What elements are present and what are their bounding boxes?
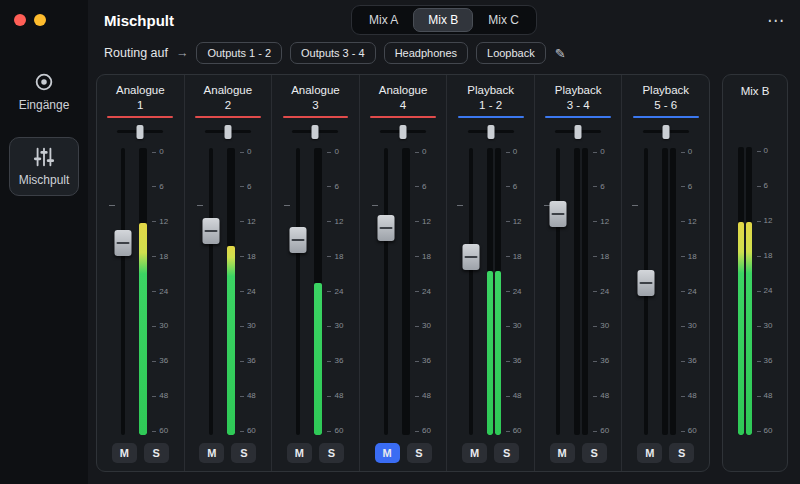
pan-slider[interactable] bbox=[117, 124, 163, 140]
fader-handle[interactable] bbox=[462, 244, 479, 270]
db-scale-mark: 6 bbox=[240, 183, 256, 191]
solo-button[interactable]: S bbox=[669, 443, 694, 463]
close-window-button[interactable] bbox=[14, 14, 26, 26]
channel-fader[interactable] bbox=[547, 148, 569, 435]
db-scale-mark: 0 bbox=[506, 148, 522, 156]
pan-handle[interactable] bbox=[137, 125, 144, 139]
scale-tick bbox=[240, 396, 244, 397]
db-scale-mark: 30 bbox=[327, 322, 343, 330]
fader-handle[interactable] bbox=[378, 215, 395, 241]
level-meter bbox=[314, 148, 322, 435]
channel-fader[interactable] bbox=[200, 148, 222, 435]
fader-handle[interactable] bbox=[290, 227, 307, 253]
mixer-icon bbox=[33, 146, 55, 168]
fader-track[interactable] bbox=[121, 148, 125, 435]
fader-handle[interactable] bbox=[637, 270, 654, 296]
db-scale-mark: 30 bbox=[593, 322, 609, 330]
db-scale-mark: 24 bbox=[152, 288, 168, 296]
db-scale-mark: 12 bbox=[415, 218, 431, 226]
level-meter bbox=[139, 148, 147, 435]
tab-mix-b[interactable]: Mix B bbox=[413, 8, 473, 32]
solo-button[interactable]: S bbox=[407, 443, 432, 463]
db-scale: 0612182430364860 bbox=[593, 148, 609, 435]
routing-button-loopback[interactable]: Loopback bbox=[476, 42, 546, 64]
fader-handle[interactable] bbox=[202, 218, 219, 244]
db-scale-mark: 0 bbox=[152, 148, 168, 156]
scale-number: 30 bbox=[513, 322, 522, 330]
db-scale: 0612182430364860 bbox=[681, 148, 697, 435]
mute-button[interactable]: M bbox=[287, 443, 312, 463]
solo-button[interactable]: S bbox=[582, 443, 607, 463]
scale-tick bbox=[327, 256, 331, 257]
tab-mix-a[interactable]: Mix A bbox=[354, 8, 413, 32]
routing-button-outputs-1-2[interactable]: Outputs 1 - 2 bbox=[196, 42, 282, 64]
scale-tick bbox=[240, 326, 244, 327]
fader-track[interactable] bbox=[556, 148, 560, 435]
db-scale-mark: 12 bbox=[681, 218, 697, 226]
channel-strip-analogue-3: Analogue30612182430364860MS bbox=[272, 75, 360, 471]
pan-handle[interactable] bbox=[487, 125, 494, 139]
master-level-meter bbox=[738, 147, 752, 435]
sidebar-item-mischpult[interactable]: Mischpult bbox=[9, 137, 79, 196]
page-title: Mischpult bbox=[104, 12, 174, 29]
solo-button[interactable]: S bbox=[144, 443, 169, 463]
pan-handle[interactable] bbox=[224, 125, 231, 139]
pan-slider[interactable] bbox=[292, 124, 338, 140]
master-meter-area: 0612182430364860 bbox=[738, 147, 773, 435]
mute-button[interactable]: M bbox=[462, 443, 487, 463]
more-menu-button[interactable]: ⋯ bbox=[767, 12, 784, 29]
pan-slider[interactable] bbox=[380, 124, 426, 140]
pan-handle[interactable] bbox=[400, 125, 407, 139]
routing-button-group: Outputs 1 - 2Outputs 3 - 4HeadphonesLoop… bbox=[196, 42, 545, 64]
scale-tick bbox=[757, 326, 761, 327]
channel-strip-analogue-1: Analogue10612182430364860MS bbox=[97, 75, 185, 471]
mute-button[interactable]: M bbox=[112, 443, 137, 463]
pan-slider[interactable] bbox=[205, 124, 251, 140]
db-scale-mark: 12 bbox=[506, 218, 522, 226]
level-meter bbox=[487, 148, 501, 435]
mute-button[interactable]: M bbox=[375, 443, 400, 463]
scale-tick bbox=[681, 221, 685, 222]
pan-handle[interactable] bbox=[662, 125, 669, 139]
channel-fader[interactable] bbox=[112, 148, 134, 435]
channel-fader[interactable] bbox=[635, 148, 657, 435]
scale-tick bbox=[327, 396, 331, 397]
channel-fader[interactable] bbox=[375, 148, 397, 435]
mute-button[interactable]: M bbox=[550, 443, 575, 463]
minimize-window-button[interactable] bbox=[34, 14, 46, 26]
scale-tick bbox=[681, 186, 685, 187]
sidebar: EingängeMischpult bbox=[0, 0, 88, 484]
routing-button-outputs-3-4[interactable]: Outputs 3 - 4 bbox=[290, 42, 376, 64]
fader-track[interactable] bbox=[296, 148, 300, 435]
db-scale-mark: 6 bbox=[415, 183, 431, 191]
channel-fader[interactable] bbox=[460, 148, 482, 435]
scale-tick bbox=[757, 396, 761, 397]
sidebar-item-eingange[interactable]: Eingänge bbox=[9, 62, 79, 121]
scale-tick bbox=[506, 431, 510, 432]
fader-track[interactable] bbox=[209, 148, 213, 435]
pan-handle[interactable] bbox=[575, 125, 582, 139]
fader-track[interactable] bbox=[469, 148, 473, 435]
solo-button[interactable]: S bbox=[494, 443, 519, 463]
fader-handle[interactable] bbox=[550, 201, 567, 227]
routing-button-headphones[interactable]: Headphones bbox=[384, 42, 468, 64]
mute-solo-group: MS bbox=[462, 443, 519, 463]
fader-handle[interactable] bbox=[115, 230, 132, 256]
mute-button[interactable]: M bbox=[199, 443, 224, 463]
pan-slider[interactable] bbox=[643, 124, 689, 140]
pan-slider[interactable] bbox=[468, 124, 514, 140]
solo-button[interactable]: S bbox=[231, 443, 256, 463]
pan-slider[interactable] bbox=[555, 124, 601, 140]
scale-tick bbox=[757, 291, 761, 292]
tab-mix-c[interactable]: Mix C bbox=[473, 8, 534, 32]
pencil-icon[interactable]: ✎ bbox=[555, 46, 566, 61]
scale-tick bbox=[240, 152, 244, 153]
fader-track[interactable] bbox=[384, 148, 388, 435]
channel-fader[interactable] bbox=[287, 148, 309, 435]
pan-handle[interactable] bbox=[312, 125, 319, 139]
solo-button[interactable]: S bbox=[319, 443, 344, 463]
mute-button[interactable]: M bbox=[637, 443, 662, 463]
meter-bar bbox=[746, 147, 752, 435]
scale-tick bbox=[593, 186, 597, 187]
db-scale-mark: 6 bbox=[681, 183, 697, 191]
